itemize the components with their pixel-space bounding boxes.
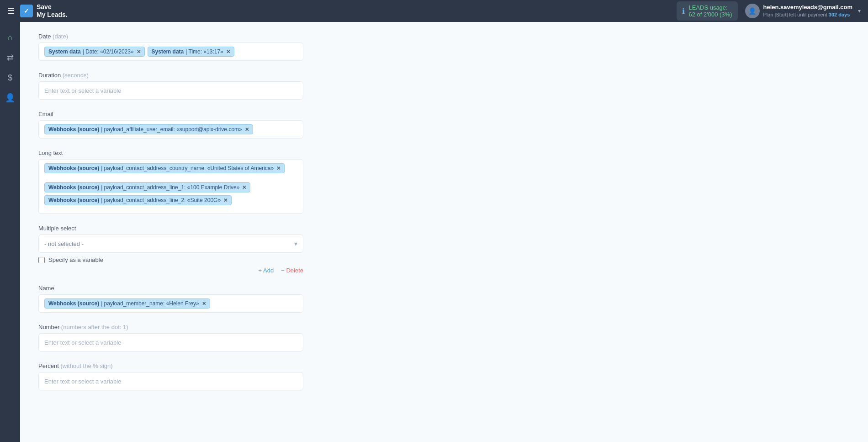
date-tag-date: System data | Date: «02/16/2023» ✕ bbox=[44, 47, 145, 57]
number-field-label: Number (numbers after the dot: 1) bbox=[38, 324, 303, 330]
number-placeholder: Enter text or select a variable bbox=[44, 339, 121, 346]
leads-usage-text: LEADS usage: 62 of 2'000 (3%) bbox=[688, 4, 732, 18]
user-info[interactable]: 👤 helen.savemyleads@gmail.com Plan |Star… bbox=[745, 3, 861, 19]
longtext-tag-country: Webhooks (source) | payload_contact_addr… bbox=[44, 163, 285, 173]
hamburger-menu[interactable]: ☰ bbox=[7, 6, 15, 16]
longtext-tag-country-close[interactable]: ✕ bbox=[276, 165, 281, 171]
duration-field-input[interactable]: Enter text or select a variable bbox=[38, 81, 303, 100]
multiple-select-label: Multiple select bbox=[38, 225, 303, 232]
percent-field-section: Percent (without the % sign) Enter text … bbox=[38, 362, 303, 390]
longtext-tag-line1-close[interactable]: ✕ bbox=[242, 185, 246, 191]
email-tag-close[interactable]: ✕ bbox=[245, 127, 249, 133]
chevron-down-icon: ▾ bbox=[294, 240, 297, 247]
name-field-input[interactable]: Webhooks (source) | payload_member_name:… bbox=[38, 294, 303, 313]
email-field-label: Email bbox=[38, 111, 303, 117]
user-details: helen.savemyleads@gmail.com Plan |Start|… bbox=[763, 3, 853, 19]
logo-icon: ✓ bbox=[20, 5, 33, 17]
specify-variable-checkbox[interactable] bbox=[38, 257, 45, 263]
main-content: Date (date) System data | Date: «02/16/2… bbox=[20, 22, 868, 442]
top-navigation: ☰ ✓ Save My Leads. ℹ LEADS usage: 62 of … bbox=[0, 0, 868, 22]
duration-placeholder: Enter text or select a variable bbox=[44, 87, 121, 94]
number-field-input[interactable]: Enter text or select a variable bbox=[38, 333, 303, 351]
action-row: + Add − Delete bbox=[38, 267, 303, 274]
sidebar: ⌂ ⇄ $ 👤 bbox=[0, 22, 20, 442]
logo: ✓ Save My Leads. bbox=[20, 3, 68, 19]
longtext-field-label: Long text bbox=[38, 149, 303, 156]
date-field-input[interactable]: System data | Date: «02/16/2023» ✕ Syste… bbox=[38, 43, 303, 61]
date-tag-time-close[interactable]: ✕ bbox=[226, 49, 230, 55]
chevron-down-icon: ▾ bbox=[858, 8, 861, 14]
specify-variable-label[interactable]: Specify as a variable bbox=[48, 256, 103, 263]
name-field-section: Name Webhooks (source) | payload_member_… bbox=[38, 285, 303, 313]
leads-usage-panel: ℹ LEADS usage: 62 of 2'000 (3%) bbox=[677, 1, 737, 21]
add-button[interactable]: + Add bbox=[259, 267, 274, 274]
sidebar-item-account[interactable]: 👤 bbox=[2, 90, 18, 106]
email-field-section: Email Webhooks (source) | payload_affili… bbox=[38, 111, 303, 138]
multiple-select-input[interactable]: - not selected - ▾ bbox=[38, 234, 303, 253]
number-field-section: Number (numbers after the dot: 1) Enter … bbox=[38, 324, 303, 351]
name-tag: Webhooks (source) | payload_member_name:… bbox=[44, 298, 210, 309]
specify-variable-row: Specify as a variable bbox=[38, 256, 303, 263]
date-tag-time: System data | Time: «13:17» ✕ bbox=[148, 47, 234, 57]
sidebar-item-billing[interactable]: $ bbox=[2, 69, 18, 86]
longtext-tag-line1: Webhooks (source) | payload_contact_addr… bbox=[44, 182, 250, 192]
percent-placeholder: Enter text or select a variable bbox=[44, 378, 121, 385]
percent-field-input[interactable]: Enter text or select a variable bbox=[38, 372, 303, 390]
date-tag-date-close[interactable]: ✕ bbox=[137, 49, 141, 55]
date-field-label: Date (date) bbox=[38, 33, 303, 40]
duration-field-section: Duration (seconds) Enter text or select … bbox=[38, 72, 303, 100]
sidebar-item-home[interactable]: ⌂ bbox=[2, 29, 18, 46]
sidebar-item-connections[interactable]: ⇄ bbox=[2, 49, 18, 66]
longtext-tag-line2: Webhooks (source) | payload_contact_addr… bbox=[44, 195, 232, 205]
longtext-field-input[interactable]: Webhooks (source) | payload_contact_addr… bbox=[38, 159, 303, 214]
name-tag-close[interactable]: ✕ bbox=[202, 301, 206, 307]
duration-field-label: Duration (seconds) bbox=[38, 72, 303, 79]
name-field-label: Name bbox=[38, 285, 303, 292]
longtext-tag-line2-close[interactable]: ✕ bbox=[223, 197, 228, 203]
percent-field-label: Percent (without the % sign) bbox=[38, 362, 303, 369]
longtext-field-section: Long text Webhooks (source) | payload_co… bbox=[38, 149, 303, 214]
delete-button[interactable]: − Delete bbox=[281, 267, 303, 274]
info-icon: ℹ bbox=[682, 7, 685, 16]
avatar: 👤 bbox=[745, 4, 760, 18]
email-field-input[interactable]: Webhooks (source) | payload_affiliate_us… bbox=[38, 120, 303, 138]
email-tag: Webhooks (source) | payload_affiliate_us… bbox=[44, 124, 253, 134]
date-field-section: Date (date) System data | Date: «02/16/2… bbox=[38, 33, 303, 61]
multiple-select-section: Multiple select - not selected - ▾ Speci… bbox=[38, 225, 303, 274]
logo-text: Save My Leads. bbox=[37, 3, 68, 19]
multiple-select-value: - not selected - bbox=[44, 240, 84, 247]
